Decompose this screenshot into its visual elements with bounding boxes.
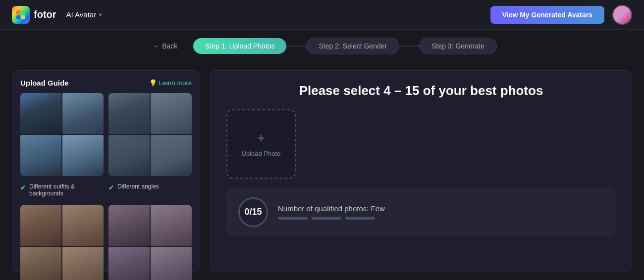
qualified-label: Number of qualified photos: Few (278, 204, 604, 213)
back-arrow-icon: ← (153, 42, 160, 50)
count-info: Number of qualified photos: Few (278, 204, 604, 220)
svg-rect-0 (16, 10, 20, 14)
main-content: Upload Guide 💡 Learn more (0, 62, 644, 280)
app-header: fotor AI Avatar ▾ View My Generated Avat… (0, 0, 644, 30)
step1-tab[interactable]: Step 1: Upload Photos (193, 38, 286, 54)
progress-bar-3 (345, 217, 375, 220)
upload-photo-button[interactable]: + Upload Photo (226, 109, 296, 179)
logo-text: fotor (34, 9, 56, 20)
back-button[interactable]: ← Back (147, 39, 183, 53)
guide-photo-cell (62, 247, 104, 280)
ai-avatar-button[interactable]: AI Avatar ▾ (62, 8, 106, 21)
step2-label: Step 2: Select Gender (319, 42, 387, 50)
guide-photo-cell (151, 135, 192, 176)
guide-photo-cell (20, 135, 61, 176)
user-avatar[interactable] (612, 5, 632, 25)
back-label: Back (162, 42, 177, 50)
guide-label-text-1: Different outfits & backgrounds (29, 183, 75, 197)
guide-photo-cell (108, 135, 150, 176)
check-icon-2: ✔ (108, 184, 114, 191)
guide-photo-cell (62, 135, 104, 176)
upload-guide-panel: Upload Guide 💡 Learn more (12, 70, 200, 272)
guide-photo-cell (62, 205, 104, 246)
step3-tab[interactable]: Step 3: Generate (419, 38, 497, 54)
ai-avatar-label: AI Avatar (66, 10, 97, 19)
view-avatars-button[interactable]: View My Generated Avatars (490, 6, 604, 24)
plus-icon: + (257, 130, 265, 146)
panel-title: Please select 4 – 15 of your best photos (226, 83, 616, 99)
guide-image-group-4 (108, 205, 192, 280)
guide-photo-cell (108, 93, 150, 134)
learn-more-text: Learn more (159, 79, 192, 87)
step-connector-2 (399, 46, 419, 47)
header-left: fotor AI Avatar ▾ (12, 6, 106, 24)
guide-image-group-1 (20, 93, 104, 176)
header-right: View My Generated Avatars (490, 5, 632, 25)
lightbulb-icon: 💡 (149, 79, 157, 87)
guide-label-outfits: ✔ Different outfits & backgrounds (20, 183, 104, 199)
count-text: 0/15 (244, 207, 262, 217)
upload-photo-label: Upload Photo (242, 150, 281, 157)
learn-more-link[interactable]: 💡 Learn more (149, 79, 192, 87)
step2-tab[interactable]: Step 2: Select Gender (306, 38, 399, 54)
guide-photo-cell (151, 205, 192, 246)
logo-icon (12, 6, 30, 24)
guide-photo-cell (20, 247, 61, 280)
guide-photo-cell (151, 93, 192, 134)
progress-bar-1 (278, 217, 308, 220)
svg-rect-2 (16, 15, 20, 19)
progress-bars (278, 217, 604, 220)
guide-images-grid-bottom (20, 205, 192, 280)
svg-rect-1 (21, 10, 25, 14)
progress-bar-2 (312, 217, 341, 220)
guide-label-text-2: Different angles (117, 183, 159, 190)
upload-main-panel: Please select 4 – 15 of your best photos… (210, 70, 632, 272)
photo-count-bar: 0/15 Number of qualified photos: Few (226, 188, 616, 236)
guide-title: Upload Guide (20, 79, 69, 87)
step3-label: Step 3: Generate (431, 42, 484, 50)
logo: fotor (12, 6, 56, 24)
chevron-down-icon: ▾ (99, 12, 102, 17)
guide-image-group-2 (108, 93, 192, 176)
guide-photo-cell (108, 205, 150, 246)
steps-bar: ← Back Step 1: Upload Photos Step 2: Sel… (0, 30, 644, 62)
upload-photos-area: + Upload Photo (226, 109, 616, 179)
guide-photo-cell (20, 205, 61, 246)
step-connector-1 (286, 46, 306, 47)
count-badge: 0/15 (238, 197, 268, 227)
step1-label: Step 1: Upload Photos (205, 42, 274, 50)
svg-rect-3 (21, 15, 25, 19)
guide-header: Upload Guide 💡 Learn more (20, 79, 192, 87)
guide-photo-cell (20, 93, 61, 134)
guide-photo-cell (108, 247, 150, 280)
check-icon-1: ✔ (20, 184, 26, 191)
guide-image-group-3 (20, 205, 104, 280)
guide-photo-cell (62, 93, 104, 134)
guide-label-angles: ✔ Different angles (108, 183, 192, 199)
guide-images-grid (20, 93, 192, 176)
guide-photo-cell (151, 247, 192, 280)
